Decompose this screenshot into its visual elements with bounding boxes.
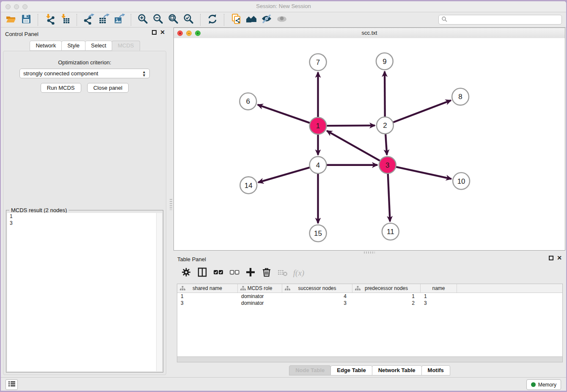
export-table-button[interactable] — [96, 14, 112, 26]
mcds-result-list[interactable]: 13 — [7, 213, 162, 371]
new-network-from-selection-button[interactable] — [228, 14, 244, 26]
cell-MCDS-role: dominator — [238, 300, 282, 306]
zoom-out-button[interactable] — [151, 14, 166, 26]
graph-edge-3-10[interactable] — [388, 165, 451, 179]
hide-selected-button[interactable] — [259, 14, 274, 26]
table-settings-button[interactable] — [179, 266, 193, 280]
svg-text:7: 7 — [316, 58, 320, 66]
graph-node-11[interactable]: 11 — [382, 223, 399, 240]
import-network-icon — [44, 14, 55, 26]
splitter-grip[interactable] — [170, 199, 172, 210]
chevron-up-down-icon: ▲▼ — [142, 70, 146, 77]
splitter-grip[interactable] — [364, 251, 375, 254]
graph-node-6[interactable]: 6 — [239, 93, 256, 110]
graph-node-1[interactable]: 1 — [310, 117, 327, 134]
graph-node-15[interactable]: 15 — [310, 225, 327, 242]
export-network-button[interactable] — [81, 14, 96, 26]
graph-node-2[interactable]: 2 — [377, 117, 394, 134]
apply-layout-icon — [207, 14, 218, 26]
table-panel: Table Panel ✕ f(x) shared nameMCDS roles… — [173, 254, 565, 378]
import-network-button[interactable] — [42, 14, 58, 26]
deselect-all-rows-button[interactable] — [228, 266, 241, 280]
graph-node-14[interactable]: 14 — [240, 177, 257, 194]
graph-node-3[interactable]: 3 — [379, 157, 396, 174]
column-header-name[interactable]: name — [421, 284, 457, 293]
tab-motifs[interactable]: Motifs — [421, 365, 450, 375]
svg-text:4: 4 — [316, 161, 320, 169]
search-box[interactable] — [438, 15, 562, 25]
horizontal-splitter[interactable] — [173, 251, 565, 254]
table-row[interactable]: 1dominator411 — [177, 293, 562, 300]
close-panel-icon[interactable]: ✕ — [557, 256, 562, 260]
run-mcds-button[interactable]: Run MCDS — [41, 83, 81, 93]
title-bar: Session: New Session — [1, 1, 566, 12]
vertical-splitter[interactable] — [168, 28, 173, 378]
zoom-in-button[interactable] — [135, 14, 151, 26]
status-bar: Memory — [1, 377, 566, 391]
select-all-rows-button[interactable] — [212, 266, 225, 280]
graph-node-10[interactable]: 10 — [453, 173, 470, 190]
graph-node-9[interactable]: 9 — [376, 53, 393, 70]
delete-table-icon — [277, 267, 288, 279]
save-session-button[interactable] — [19, 14, 34, 26]
network-canvas[interactable]: 7968124314101511 — [174, 38, 565, 250]
import-table-button[interactable] — [58, 14, 73, 26]
float-panel-icon[interactable] — [152, 30, 157, 35]
open-session-button[interactable] — [3, 14, 19, 26]
add-column-button[interactable] — [244, 266, 257, 280]
svg-text:6: 6 — [246, 97, 250, 105]
table-horizontal-scrollbar[interactable] — [177, 356, 562, 362]
result-line: 3 — [7, 220, 162, 226]
criterion-select[interactable]: strongly connected component ▲▼ — [19, 69, 150, 78]
toggle-columns-icon — [197, 267, 208, 279]
graph-edge-1-6[interactable] — [258, 105, 318, 126]
toolbar-separator — [131, 14, 132, 26]
zoom-fit-button[interactable] — [166, 14, 181, 26]
zoom-selected-button[interactable] — [181, 14, 196, 26]
column-label: predecessor nodes — [365, 285, 408, 291]
table-row[interactable]: 3dominator323 — [177, 300, 562, 306]
toggle-columns-button[interactable] — [195, 266, 209, 280]
delete-column-button[interactable] — [260, 266, 273, 280]
svg-text:15: 15 — [314, 229, 322, 237]
task-history-button[interactable] — [6, 379, 18, 390]
float-panel-icon[interactable] — [549, 256, 553, 260]
column-header-shared-name[interactable]: shared name — [177, 284, 238, 293]
graph-edge-2-8[interactable] — [385, 100, 451, 125]
memory-button[interactable]: Memory — [526, 379, 561, 390]
tab-node-table[interactable]: Node Table — [289, 365, 331, 375]
toolbar-separator — [38, 14, 39, 26]
tab-select[interactable]: Select — [85, 41, 112, 51]
cell-MCDS-role: dominator — [238, 293, 282, 300]
table-header-row: shared nameMCDS rolesuccessor nodesprede… — [177, 284, 562, 293]
window-title: Session: New Session — [1, 3, 566, 9]
function-builder-icon: f(x) — [293, 268, 304, 278]
apply-layout-button[interactable] — [205, 14, 220, 26]
first-neighbors-button[interactable] — [244, 14, 259, 26]
close-panel-icon[interactable]: ✕ — [160, 30, 165, 35]
svg-text:2: 2 — [383, 121, 387, 130]
tab-mcds[interactable]: MCDS — [112, 41, 140, 51]
tab-style[interactable]: Style — [61, 41, 85, 51]
column-label: successor nodes — [298, 285, 336, 291]
export-image-button[interactable] — [112, 14, 127, 26]
graph-node-8[interactable]: 8 — [452, 88, 469, 105]
graph-node-4[interactable]: 4 — [310, 157, 327, 174]
graph-edge-3-1[interactable] — [327, 131, 387, 165]
column-header-MCDS-role[interactable]: MCDS role — [238, 284, 282, 293]
svg-text:14: 14 — [245, 182, 253, 190]
search-input[interactable] — [447, 17, 561, 23]
result-scrollbar[interactable] — [156, 213, 162, 371]
select-all-rows-icon — [213, 267, 224, 279]
column-header-predecessor-nodes[interactable]: predecessor nodes — [352, 284, 421, 293]
close-panel-button[interactable]: Close panel — [87, 83, 129, 93]
cell-name: 3 — [421, 300, 457, 306]
tab-network-table[interactable]: Network Table — [372, 365, 422, 375]
graph-node-7[interactable]: 7 — [310, 54, 327, 71]
first-neighbors-icon — [246, 14, 257, 26]
control-panel: Control Panel ✕ NetworkStyleSelectMCDS O… — [1, 28, 168, 378]
graph-edge-4-14[interactable] — [258, 165, 318, 182]
tab-network[interactable]: Network — [30, 41, 62, 51]
column-header-successor-nodes[interactable]: successor nodes — [282, 284, 352, 293]
tab-edge-table[interactable]: Edge Table — [330, 365, 372, 375]
